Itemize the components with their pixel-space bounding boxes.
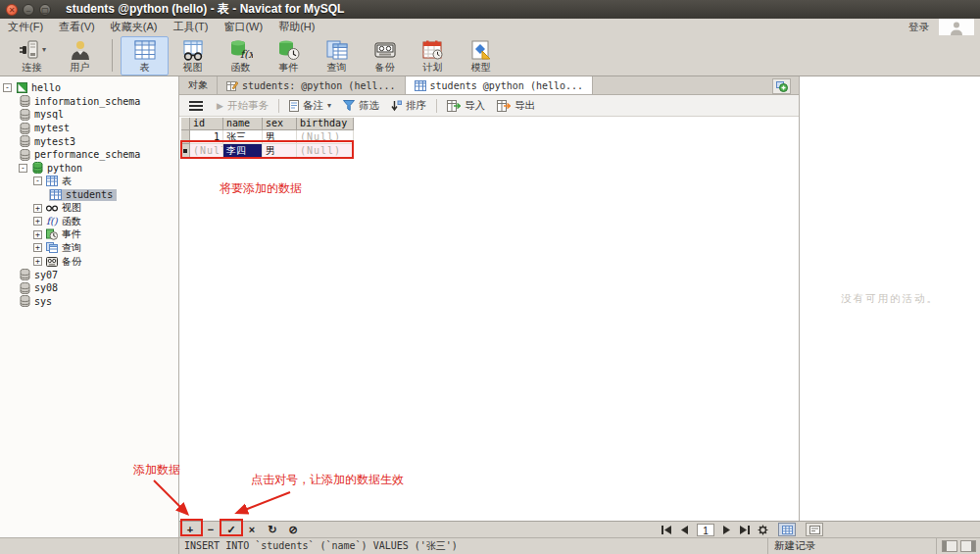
- tree-item-hello[interactable]: - hello: [0, 81, 178, 95]
- toggle-left-panel-button[interactable]: [942, 540, 957, 552]
- column-header-id[interactable]: id: [190, 118, 223, 130]
- refresh-button[interactable]: ↻: [266, 523, 279, 537]
- menu-hamburger-icon[interactable]: [189, 101, 203, 111]
- tree-item-python[interactable]: - python: [0, 162, 178, 176]
- close-window-button[interactable]: ✕: [6, 4, 18, 16]
- table-row-new[interactable]: (Null) 李四 男 (Null): [181, 144, 354, 158]
- note-button[interactable]: 备注 ▾: [283, 99, 337, 113]
- cell-id[interactable]: (Null): [190, 144, 223, 158]
- schedule-icon: [421, 39, 445, 61]
- import-button[interactable]: 导入: [441, 99, 491, 113]
- discard-changes-button[interactable]: ×: [245, 523, 259, 537]
- previous-record-icon[interactable]: [680, 526, 689, 534]
- filter-button[interactable]: 筛选: [337, 99, 385, 113]
- column-header-sex[interactable]: sex: [263, 118, 297, 130]
- export-button[interactable]: 导出: [491, 99, 541, 113]
- tree-item-mytest[interactable]: mytest: [0, 122, 178, 135]
- tree-item-tables-folder[interactable]: - 表: [0, 175, 178, 188]
- first-record-icon[interactable]: [662, 526, 672, 534]
- delete-record-button[interactable]: −: [204, 523, 218, 537]
- add-record-button[interactable]: +: [183, 523, 197, 537]
- column-header-name[interactable]: name: [223, 118, 263, 130]
- toolbar-user[interactable]: 用户: [56, 36, 104, 76]
- cell-name-selected[interactable]: 李四: [223, 144, 263, 158]
- connection-icon: [18, 39, 41, 61]
- tree-item-label: 查询: [62, 241, 81, 255]
- tab-table-designer[interactable]: students: @python (hell...: [218, 76, 406, 94]
- toolbar-backup[interactable]: 备份: [361, 36, 409, 76]
- menu-view[interactable]: 查看(V): [51, 19, 103, 35]
- tree-item-label: 表: [62, 175, 72, 188]
- maximize-window-button[interactable]: ▢: [39, 4, 51, 16]
- toolbar-query[interactable]: 查询: [313, 36, 361, 76]
- menu-window[interactable]: 窗口(W): [216, 19, 270, 35]
- tree-item-sys[interactable]: sys: [0, 295, 178, 309]
- toolbar-table[interactable]: 表: [121, 36, 169, 76]
- expand-icon[interactable]: +: [33, 217, 42, 226]
- settings-gear-icon[interactable]: [758, 525, 768, 535]
- record-toolbar: + − ✓ × ↻ ⊘ 1: [179, 521, 980, 537]
- toggle-right-panel-button[interactable]: [960, 540, 976, 552]
- toolbar-event-label: 事件: [279, 61, 299, 75]
- tree-item-mysql[interactable]: mysql: [0, 108, 178, 122]
- toolbar-connection[interactable]: ▾ 连接: [8, 36, 56, 76]
- grid-view-button[interactable]: [778, 523, 796, 536]
- cell-id[interactable]: 1: [190, 130, 223, 144]
- toolbar-model[interactable]: 模型: [457, 36, 505, 76]
- page-number-input[interactable]: 1: [697, 524, 714, 536]
- cell-name[interactable]: 张三: [223, 130, 263, 144]
- avatar[interactable]: [939, 19, 974, 35]
- expand-icon[interactable]: +: [33, 204, 42, 213]
- tree-item-information-schema[interactable]: information_schema: [0, 95, 178, 109]
- new-tab-button[interactable]: [772, 78, 791, 94]
- collapse-icon[interactable]: -: [3, 83, 12, 92]
- toolbar-schedule[interactable]: 计划: [409, 36, 457, 76]
- tree-item-functions-folder[interactable]: + f() 函数: [0, 215, 178, 228]
- stop-button[interactable]: ⊘: [286, 523, 300, 537]
- tree-item-queries-folder[interactable]: + 查询: [0, 241, 178, 255]
- tree-item-performance-schema[interactable]: performance_schema: [0, 148, 178, 162]
- database-gray-icon: [19, 282, 30, 294]
- expand-icon[interactable]: +: [33, 230, 42, 239]
- row-selector[interactable]: [181, 130, 190, 144]
- tab-objects[interactable]: 对象: [179, 76, 218, 94]
- menu-tools[interactable]: 工具(T): [165, 19, 216, 35]
- last-record-icon[interactable]: [739, 526, 750, 534]
- cell-sex[interactable]: 男: [263, 144, 297, 158]
- tree-item-backups-folder[interactable]: + 备份: [0, 255, 178, 269]
- tree-item-events-folder[interactable]: + 事件: [0, 228, 178, 242]
- cell-sex[interactable]: 男: [263, 130, 297, 144]
- tree-item-mytest3[interactable]: mytest3: [0, 134, 178, 148]
- next-record-icon[interactable]: [722, 526, 731, 534]
- toolbar-event[interactable]: 事件: [265, 36, 313, 76]
- tree-item-views-folder[interactable]: + 视图: [0, 201, 178, 215]
- apply-changes-button[interactable]: ✓: [224, 523, 238, 537]
- tree-item-students[interactable]: students: [0, 188, 178, 202]
- menu-file[interactable]: 文件(F): [0, 19, 51, 35]
- table-row[interactable]: 1 张三 男 (Null): [181, 130, 354, 144]
- tab-table-data[interactable]: students @python (hello...: [406, 76, 594, 94]
- form-view-button[interactable]: [806, 523, 823, 536]
- connection-dropdown-caret-icon[interactable]: ▾: [42, 45, 46, 54]
- editing-row-marker-icon[interactable]: [181, 144, 190, 158]
- import-label: 导入: [465, 99, 485, 113]
- tabbar: 对象 students: @python (hell... students @…: [179, 76, 799, 95]
- collapse-icon[interactable]: -: [33, 176, 42, 185]
- menu-favorites[interactable]: 收藏夹(A): [103, 19, 166, 35]
- toolbar-function[interactable]: f(x) 函数: [217, 36, 265, 76]
- toolbar-view[interactable]: 视图: [169, 36, 217, 76]
- expand-icon[interactable]: +: [33, 257, 42, 266]
- collapse-icon[interactable]: -: [19, 164, 27, 173]
- expand-icon[interactable]: +: [33, 243, 42, 252]
- tree-item-sy08[interactable]: sy08: [0, 281, 178, 295]
- cell-birthday[interactable]: (Null): [297, 144, 354, 158]
- begin-transaction-button[interactable]: ▶ 开始事务: [211, 99, 274, 113]
- sort-button[interactable]: 排序: [385, 99, 432, 113]
- cell-birthday[interactable]: (Null): [297, 130, 354, 144]
- minimize-window-button[interactable]: –: [23, 4, 34, 16]
- tree-item-sy07[interactable]: sy07: [0, 268, 178, 281]
- menu-help[interactable]: 帮助(H): [270, 19, 322, 35]
- record-navigation: 1: [662, 523, 823, 536]
- column-header-birthday[interactable]: birthday: [297, 118, 354, 130]
- login-link[interactable]: 登录: [899, 21, 939, 34]
